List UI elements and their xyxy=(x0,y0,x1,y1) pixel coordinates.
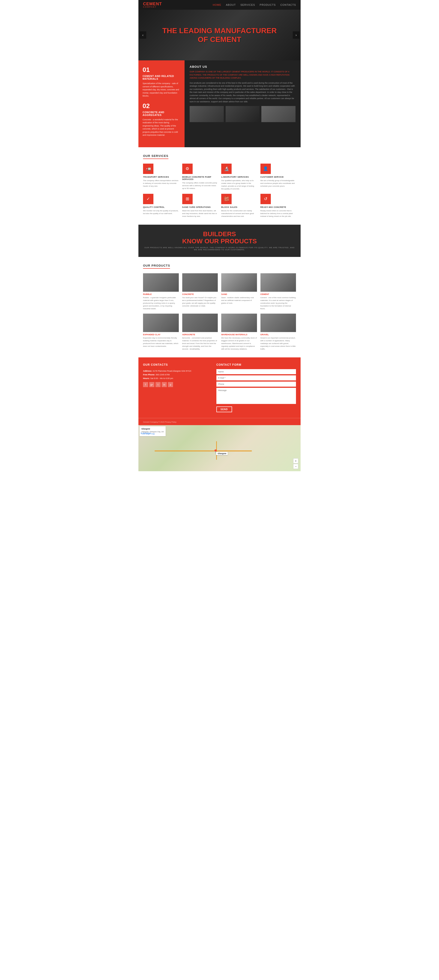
hero-next-button[interactable]: › xyxy=(293,31,299,39)
product-item-4: EXPANDED CLAY Expanded clay is environme… xyxy=(143,313,179,350)
product-desc-3: Cement - one of the most common building… xyxy=(260,296,296,310)
promo-title: BUILDERS KNOW OUR PRODUCTS xyxy=(182,231,257,245)
directions-icon: ➤ xyxy=(140,432,142,434)
service-desc-0: The company offers transportation servic… xyxy=(143,179,179,188)
phone-value: 360-2345-6789 xyxy=(156,374,170,376)
hero-prev-button[interactable]: ‹ xyxy=(140,31,146,39)
contacts-footer: OUR CONTACTS Address: 4178 Plainview Roa… xyxy=(139,357,300,418)
service-desc-3: We are a friendly group of knowledgeable… xyxy=(260,179,296,188)
service-name-2: LABORATORY SERVICES xyxy=(221,176,257,178)
map-road-horizontal xyxy=(155,450,252,452)
about-subtitle-2: CONCRETE AND AGGREGATES xyxy=(142,111,180,116)
hero-content: THE LEADING MANUFACTURER OF CEMENT xyxy=(163,26,277,44)
about-image-2 xyxy=(226,106,260,122)
product-img-4 xyxy=(143,313,179,332)
about-intro: OUR COMPANY IS ONE OF THE LARGEST CEMENT… xyxy=(190,70,295,80)
product-name-5: AEROCRETE xyxy=(182,333,218,336)
logo[interactable]: CEMENT COMPANY xyxy=(143,2,162,8)
directions-button[interactable]: ➤ Directions xyxy=(140,431,152,434)
service-desc-5: Wash the sand from fine dust fraction, s… xyxy=(182,210,218,218)
service-name-7: READY-MIX CONCRETE xyxy=(260,206,296,208)
social-icons: f g+ t in p xyxy=(143,382,209,387)
about-desc-2: Concrete - a wonderful material for the … xyxy=(142,118,180,137)
service-icon-4: ✓ xyxy=(143,194,153,204)
service-icon-6: 🧱 xyxy=(221,194,231,204)
send-button[interactable]: SEND xyxy=(216,406,232,412)
service-item-2: 🔬 LABORATORY SERVICES Our qualified spec… xyxy=(221,164,257,190)
product-img-7 xyxy=(260,313,296,332)
service-item-3: 👤 CUSTOMER SERVICE We are a friendly gro… xyxy=(260,164,296,190)
nav-products[interactable]: PRODUCTS xyxy=(260,3,276,6)
nav-contacts[interactable]: CONTACTS xyxy=(280,3,296,6)
social-pinterest[interactable]: p xyxy=(168,382,173,387)
product-img-6 xyxy=(221,313,257,332)
zoom-out-button[interactable]: − xyxy=(293,464,298,469)
about-image-1 xyxy=(190,106,224,122)
map-controls: + − xyxy=(293,458,298,469)
product-item-0: RUBBLE Rubble - a granular inorganic par… xyxy=(143,273,179,310)
navbar: CEMENT COMPANY HOME ABOUT SERVICES PRODU… xyxy=(139,0,300,10)
social-twitter[interactable]: t xyxy=(155,382,161,387)
footer-copyright: Cement Company © 2015 Privacy Policy xyxy=(139,418,300,425)
nav-home[interactable]: HOME xyxy=(213,3,221,6)
product-item-6: WAREHOUSE MATERIALS We have the necessar… xyxy=(221,313,257,350)
service-icon-3: 👤 xyxy=(260,164,271,174)
about-desc-1: Specialization of the company - sale of … xyxy=(142,82,180,98)
address-value: 4178 Plainview Road,Glasgow G04 8YGX xyxy=(153,370,192,372)
promo-title-line1: BUILDERS xyxy=(182,231,257,238)
contacts-left: OUR CONTACTS Address: 4178 Plainview Roa… xyxy=(143,363,209,412)
product-name-6: WAREHOUSE MATERIALS xyxy=(221,333,257,336)
service-icon-0: 🚛 xyxy=(143,164,153,174)
services-title: OUR SERVICES xyxy=(143,154,168,159)
about-images xyxy=(190,106,295,122)
phone-input[interactable] xyxy=(216,382,296,387)
about-num-1: 01 xyxy=(142,66,180,73)
product-desc-2: Sand - medium clastic sedimentary rock a… xyxy=(221,296,257,305)
phone-label: Free Phone: xyxy=(143,374,155,376)
product-item-1: CONCRETE You build your own house? Or ma… xyxy=(182,273,218,310)
contacts-right: CONTACT FORM SEND xyxy=(216,363,296,412)
service-item-5: ⊞ SAND YARD OPERATIONS Wash the sand fro… xyxy=(182,194,218,218)
nav-links: HOME ABOUT SERVICES PRODUCTS CONTACTS xyxy=(213,3,296,6)
logo-cement: CEMENT xyxy=(143,2,162,6)
product-item-3: CEMENT Cement - one of the most common b… xyxy=(260,273,296,310)
service-item-1: ⚙ MOBILE CONCRETE PUMP SERVICES The comp… xyxy=(182,164,218,190)
service-icon-2: 🔬 xyxy=(221,164,231,174)
social-facebook[interactable]: f xyxy=(143,382,148,387)
product-desc-1: You build your own house? Or maybe you a… xyxy=(182,296,218,307)
copyright-text: Cement Company © 2015 Privacy Policy xyxy=(143,421,177,423)
product-desc-7: Gravel is an important commercial produc… xyxy=(260,337,296,350)
contact-info: Address: 4178 Plainview Road,Glasgow G04… xyxy=(143,369,209,380)
product-img-1 xyxy=(182,273,218,292)
products-section: OUR PRODUCTS RUBBLE Rubble - a granular … xyxy=(139,257,300,357)
about-image-3 xyxy=(261,106,295,122)
map-section: 📍 Glasgow Glasgow Glasgow, Glasgow City,… xyxy=(139,425,300,471)
product-item-5: AEROCRETE Aerocrete - convenient and pra… xyxy=(182,313,218,350)
social-linkedin[interactable]: in xyxy=(162,382,167,387)
promo-subtitle: OUR PRODUCTS ARE WELL KNOWN ALL OVER THE… xyxy=(143,247,296,251)
product-name-7: GRAVEL xyxy=(260,333,296,336)
message-input[interactable] xyxy=(216,388,296,404)
email-input[interactable] xyxy=(216,375,296,380)
hero-title-line2: OF CEMENT xyxy=(163,35,277,44)
product-img-0 xyxy=(143,273,179,292)
service-desc-2: Our qualified specialists, who help us t… xyxy=(221,179,257,190)
service-desc-6: Blocks for the construction are mainly m… xyxy=(221,210,257,218)
service-desc-4: We monitor not only the quality of produ… xyxy=(143,210,179,215)
service-name-1: MOBILE CONCRETE PUMP SERVICES xyxy=(182,176,218,180)
service-item-0: 🚛 TRANSPORT SERVICES The company offers … xyxy=(143,164,179,190)
contacts-title: OUR CONTACTS xyxy=(143,363,209,366)
nav-services[interactable]: SERVICES xyxy=(240,3,255,6)
address-label: Address: xyxy=(143,370,152,372)
product-name-4: EXPANDED CLAY xyxy=(143,333,179,336)
name-input[interactable] xyxy=(216,369,296,374)
products-grid: RUBBLE Rubble - a granular inorganic par… xyxy=(143,273,296,350)
product-img-3 xyxy=(260,273,296,292)
map-city-title: Glasgow xyxy=(141,428,164,430)
service-name-0: TRANSPORT SERVICES xyxy=(143,176,179,178)
zoom-in-button[interactable]: + xyxy=(293,458,298,463)
nav-about[interactable]: ABOUT xyxy=(226,3,236,6)
social-google[interactable]: g+ xyxy=(149,382,154,387)
service-name-6: BLOCK SALES xyxy=(221,206,257,208)
service-icon-1: ⚙ xyxy=(182,164,193,174)
